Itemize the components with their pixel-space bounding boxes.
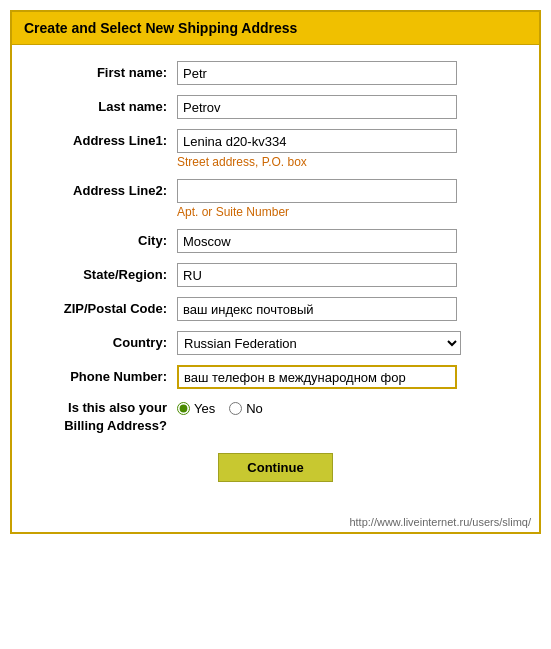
last-name-field (177, 95, 519, 119)
address2-label: Address Line2: (32, 179, 177, 198)
country-field: Russian Federation United States United … (177, 331, 519, 355)
zip-label: ZIP/Postal Code: (32, 297, 177, 316)
address2-hint: Apt. or Suite Number (177, 205, 519, 219)
city-row: City: (32, 229, 519, 253)
continue-button[interactable]: Continue (218, 453, 332, 482)
no-label[interactable]: No (246, 401, 263, 416)
billing-label-line1: Is this also your (68, 400, 167, 415)
phone-input[interactable] (177, 365, 457, 389)
state-input[interactable] (177, 263, 457, 287)
phone-row: Phone Number: (32, 365, 519, 389)
no-option: No (229, 401, 263, 416)
city-input[interactable] (177, 229, 457, 253)
address1-row: Address Line1: Street address, P.O. box (32, 129, 519, 169)
last-name-label: Last name: (32, 95, 177, 114)
billing-row: Is this also your Billing Address? Yes N… (32, 399, 519, 435)
billing-radio-group: Yes No (177, 399, 263, 416)
address1-field: Street address, P.O. box (177, 129, 519, 169)
state-label: State/Region: (32, 263, 177, 282)
country-select[interactable]: Russian Federation United States United … (177, 331, 461, 355)
footer-url: http://www.liveinternet.ru/users/slimq/ (12, 512, 539, 532)
address1-label: Address Line1: (32, 129, 177, 148)
dialog-header: Create and Select New Shipping Address (12, 12, 539, 45)
city-field (177, 229, 519, 253)
last-name-row: Last name: (32, 95, 519, 119)
address1-input[interactable] (177, 129, 457, 153)
form-body: First name: Last name: Address Line1: St… (12, 45, 539, 512)
billing-label: Is this also your Billing Address? (32, 399, 177, 435)
billing-no-radio[interactable] (229, 402, 242, 415)
first-name-field (177, 61, 519, 85)
zip-input[interactable] (177, 297, 457, 321)
yes-label[interactable]: Yes (194, 401, 215, 416)
first-name-input[interactable] (177, 61, 457, 85)
address2-input[interactable] (177, 179, 457, 203)
zip-row: ZIP/Postal Code: (32, 297, 519, 321)
continue-row: Continue (32, 453, 519, 482)
country-label: Country: (32, 331, 177, 350)
yes-option: Yes (177, 401, 215, 416)
billing-label-line2: Billing Address? (64, 418, 167, 433)
shipping-address-dialog: Create and Select New Shipping Address F… (10, 10, 541, 534)
state-field (177, 263, 519, 287)
address2-row: Address Line2: Apt. or Suite Number (32, 179, 519, 219)
address1-hint: Street address, P.O. box (177, 155, 519, 169)
zip-field (177, 297, 519, 321)
billing-yes-radio[interactable] (177, 402, 190, 415)
city-label: City: (32, 229, 177, 248)
phone-field (177, 365, 519, 389)
state-row: State/Region: (32, 263, 519, 287)
phone-label: Phone Number: (32, 365, 177, 384)
dialog-title: Create and Select New Shipping Address (24, 20, 297, 36)
first-name-label: First name: (32, 61, 177, 80)
first-name-row: First name: (32, 61, 519, 85)
address2-field: Apt. or Suite Number (177, 179, 519, 219)
last-name-input[interactable] (177, 95, 457, 119)
country-row: Country: Russian Federation United State… (32, 331, 519, 355)
